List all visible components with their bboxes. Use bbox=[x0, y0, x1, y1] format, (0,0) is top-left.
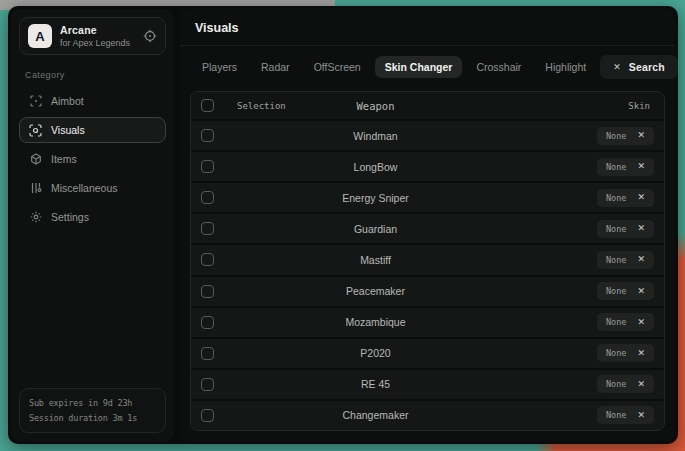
sidebar-item-miscellaneous[interactable]: Miscellaneous bbox=[19, 175, 166, 201]
row-checkbox[interactable] bbox=[201, 253, 214, 266]
table-row: LongBow None✕ bbox=[191, 150, 664, 181]
weapon-name: Peacemaker bbox=[337, 285, 414, 297]
skin-badge[interactable]: None✕ bbox=[597, 220, 654, 238]
main-panel: Visuals Players Radar OffScreen Skin Cha… bbox=[180, 9, 675, 441]
row-checkbox[interactable] bbox=[201, 160, 214, 173]
sliders-icon bbox=[29, 182, 42, 194]
table-row: Mastiff None✕ bbox=[191, 243, 664, 274]
weapon-name: RE 45 bbox=[337, 378, 414, 390]
row-checkbox[interactable] bbox=[201, 409, 214, 422]
app-logo: A bbox=[28, 24, 52, 48]
skin-badge[interactable]: None✕ bbox=[597, 313, 654, 331]
skin-value: None bbox=[606, 379, 626, 389]
tab-bar: Players Radar OffScreen Skin Changer Cro… bbox=[180, 46, 675, 85]
clear-skin-icon[interactable]: ✕ bbox=[637, 411, 645, 420]
clear-skin-icon[interactable]: ✕ bbox=[637, 349, 645, 358]
sidebar: A Arcane for Apex Legends Category bbox=[11, 9, 174, 441]
weapon-name: Energy Sniper bbox=[337, 192, 414, 204]
row-checkbox[interactable] bbox=[201, 129, 214, 142]
sidebar-item-settings[interactable]: Settings bbox=[19, 204, 166, 230]
skin-value: None bbox=[606, 193, 626, 203]
weapon-name: Changemaker bbox=[337, 409, 414, 421]
table-row: Windman None✕ bbox=[191, 119, 664, 150]
scope-icon[interactable] bbox=[143, 29, 157, 43]
sidebar-item-aimbot[interactable]: Aimbot bbox=[19, 88, 166, 114]
skin-table: Selection Weapon Skin Windman None✕ Long… bbox=[190, 91, 665, 431]
weapon-name: Guardian bbox=[337, 223, 414, 235]
skin-value: None bbox=[606, 255, 626, 265]
skin-value: None bbox=[606, 162, 626, 172]
clear-skin-icon[interactable]: ✕ bbox=[637, 255, 645, 264]
skin-badge[interactable]: None✕ bbox=[597, 251, 654, 269]
tab-players[interactable]: Players bbox=[192, 56, 247, 78]
table-row: RE 45 None✕ bbox=[191, 368, 664, 399]
app-name: Arcane bbox=[60, 24, 135, 36]
col-header-skin: Skin bbox=[414, 101, 654, 111]
table-row: Changemaker None✕ bbox=[191, 399, 664, 430]
table-header-row: Selection Weapon Skin bbox=[191, 92, 664, 119]
search-label: Search bbox=[629, 61, 665, 73]
category-label: Category bbox=[25, 70, 160, 80]
clear-skin-icon[interactable]: ✕ bbox=[637, 193, 645, 202]
cube-icon bbox=[29, 153, 42, 165]
weapon-name: Windman bbox=[337, 130, 414, 142]
row-checkbox[interactable] bbox=[201, 378, 214, 391]
eye-icon bbox=[29, 124, 42, 137]
tab-radar[interactable]: Radar bbox=[251, 56, 300, 78]
clear-skin-icon[interactable]: ✕ bbox=[637, 287, 645, 296]
col-header-selection: Selection bbox=[237, 101, 337, 111]
clear-skin-icon[interactable]: ✕ bbox=[637, 131, 645, 140]
clear-skin-icon[interactable]: ✕ bbox=[637, 162, 645, 171]
session-duration-text: Session duration 3m 1s bbox=[29, 411, 156, 425]
sidebar-item-label: Aimbot bbox=[51, 95, 84, 107]
sidebar-nav: Aimbot Visuals Items bbox=[19, 88, 166, 230]
clear-skin-icon[interactable]: ✕ bbox=[637, 224, 645, 233]
skin-badge[interactable]: None✕ bbox=[597, 158, 654, 176]
sidebar-item-label: Visuals bbox=[51, 124, 85, 136]
skin-value: None bbox=[606, 348, 626, 358]
table-row: Peacemaker None✕ bbox=[191, 275, 664, 306]
weapon-name: P2020 bbox=[337, 347, 414, 359]
row-checkbox[interactable] bbox=[201, 347, 214, 360]
subscription-info-card: Sub expires in 9d 23h Session duration 3… bbox=[19, 388, 166, 433]
row-checkbox[interactable] bbox=[201, 222, 214, 235]
search-button[interactable]: ✕ Search bbox=[600, 55, 678, 79]
crosshair-icon bbox=[29, 95, 42, 107]
weapon-name: LongBow bbox=[337, 161, 414, 173]
row-checkbox[interactable] bbox=[201, 191, 214, 204]
table-row: Guardian None✕ bbox=[191, 212, 664, 243]
row-checkbox[interactable] bbox=[201, 316, 214, 329]
tab-offscreen[interactable]: OffScreen bbox=[304, 56, 371, 78]
app-meta: Arcane for Apex Legends bbox=[60, 24, 135, 48]
tab-skin-changer[interactable]: Skin Changer bbox=[375, 56, 463, 78]
tab-crosshair[interactable]: Crosshair bbox=[466, 56, 531, 78]
col-header-weapon: Weapon bbox=[337, 100, 414, 112]
clear-skin-icon[interactable]: ✕ bbox=[637, 380, 645, 389]
sub-expires-text: Sub expires in 9d 23h bbox=[29, 396, 156, 410]
tab-highlight[interactable]: Highlight bbox=[535, 56, 596, 78]
sidebar-item-items[interactable]: Items bbox=[19, 146, 166, 172]
app-subtitle: for Apex Legends bbox=[60, 38, 135, 48]
table-row: Energy Sniper None✕ bbox=[191, 181, 664, 212]
skin-badge[interactable]: None✕ bbox=[597, 344, 654, 362]
sidebar-item-visuals[interactable]: Visuals bbox=[19, 117, 166, 143]
skin-value: None bbox=[606, 131, 626, 141]
sidebar-item-label: Items bbox=[51, 153, 77, 165]
page-title: Visuals bbox=[180, 9, 675, 45]
select-all-checkbox[interactable] bbox=[201, 99, 214, 112]
skin-badge[interactable]: None✕ bbox=[597, 375, 654, 393]
skin-badge[interactable]: None✕ bbox=[597, 127, 654, 145]
weapon-name: Mastiff bbox=[337, 254, 414, 266]
clear-skin-icon[interactable]: ✕ bbox=[637, 318, 645, 327]
skin-badge[interactable]: None✕ bbox=[597, 282, 654, 300]
skin-value: None bbox=[606, 286, 626, 296]
gear-icon bbox=[29, 211, 42, 223]
skin-badge[interactable]: None✕ bbox=[597, 406, 654, 424]
app-header-card: A Arcane for Apex Legends bbox=[19, 17, 166, 55]
skin-value: None bbox=[606, 224, 626, 234]
skin-badge[interactable]: None✕ bbox=[597, 189, 654, 207]
row-checkbox[interactable] bbox=[201, 285, 214, 298]
app-window: A Arcane for Apex Legends Category bbox=[8, 6, 678, 444]
sidebar-item-label: Miscellaneous bbox=[51, 182, 118, 194]
sidebar-item-label: Settings bbox=[51, 211, 89, 223]
